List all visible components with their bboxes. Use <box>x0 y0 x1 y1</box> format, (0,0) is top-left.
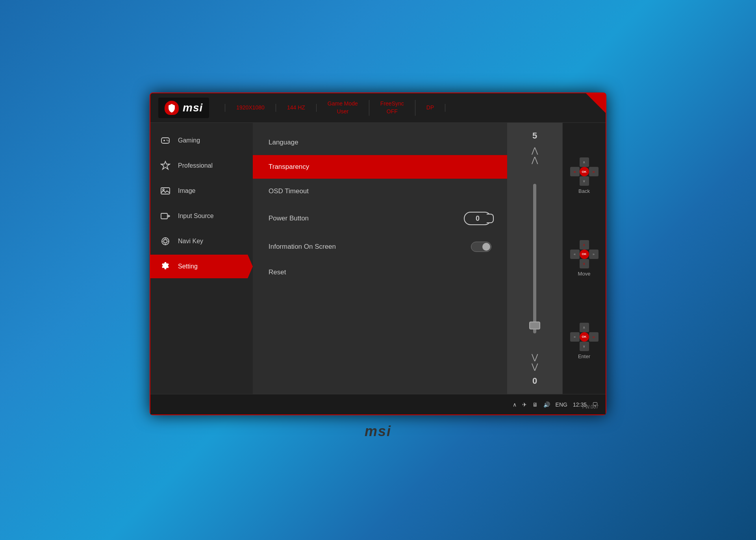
game-mode-stat: Game Mode User <box>317 100 369 115</box>
svg-rect-6 <box>161 188 170 194</box>
back-label: Back <box>578 188 590 194</box>
enter-dpad: ∧ « OK » ∨ <box>570 323 598 351</box>
enter-corner-tr <box>589 323 598 332</box>
dpad-corner-tr <box>589 157 598 167</box>
slider-arrow-down[interactable]: ⋁⋁ <box>532 352 538 371</box>
move-corner-tr <box>589 240 598 250</box>
navi-key-icon <box>160 236 171 247</box>
slider-value-bottom: 0 <box>532 376 537 386</box>
taskbar-volume-icon: 🔊 <box>543 401 550 408</box>
taskbar-language: ENG <box>556 401 567 408</box>
dpad-up-enter[interactable]: ∧ <box>580 323 589 332</box>
taskbar-airplane-icon: ✈ <box>522 401 527 408</box>
dpad-left-enter[interactable]: « <box>570 332 580 342</box>
dpad-corner-bl <box>570 176 580 186</box>
dpad-down-enter[interactable]: ∨ <box>580 342 589 351</box>
menu-panel: Language Transparency OSD Timeout Power … <box>253 123 507 394</box>
enter-corner-bl <box>570 342 580 351</box>
right-controls: ∧ « OK » ∨ Back ∧ « OK » <box>562 123 606 394</box>
dpad-up[interactable]: ∧ <box>580 157 589 167</box>
sidebar-item-setting[interactable]: Setting <box>150 255 253 278</box>
enter-corner-tl <box>570 323 580 332</box>
sidebar: Gaming Professional Im <box>150 123 253 394</box>
information-on-screen-toggle[interactable] <box>471 242 491 252</box>
dpad-center-enter[interactable]: OK <box>580 332 589 342</box>
power-button-value: 0 <box>476 215 480 223</box>
professional-icon <box>160 160 171 171</box>
msi-logo-text: msi <box>183 102 203 114</box>
input-source-icon <box>160 211 171 222</box>
bottom-area: msi <box>150 415 606 448</box>
dpad-down-back[interactable]: ∨ <box>580 176 589 186</box>
menu-item-label-information-on-screen: Information On Screen <box>269 243 471 251</box>
menu-item-power-button[interactable]: Power Button 0 <box>253 204 507 233</box>
dpad-corner-tl <box>570 157 580 167</box>
slider-thumb[interactable] <box>529 322 540 329</box>
taskbar: ∧ ✈ 🖥 🔊 ENG 12:35 🗨 <box>150 394 606 414</box>
enter-corner-br <box>589 342 598 351</box>
move-dpad: ∧ « OK » ∨ <box>570 240 598 268</box>
sidebar-item-label-setting: Setting <box>178 263 198 270</box>
enter-label: Enter <box>578 353 590 359</box>
back-control-group: ∧ « OK » ∨ Back <box>570 157 598 194</box>
taskbar-arrow-icon: ∧ <box>513 401 517 408</box>
sidebar-item-image[interactable]: Image <box>150 179 253 203</box>
sidebar-item-navi-key[interactable]: Navi Key <box>150 229 253 253</box>
dpad-center-back[interactable]: OK <box>580 167 589 176</box>
move-label: Move <box>578 271 591 277</box>
header-bar: msi 1920X1080 144 HZ Game Mode User Free… <box>150 93 606 123</box>
taskbar-monitor-icon: 🖥 <box>532 401 538 408</box>
menu-item-label-power-button: Power Button <box>269 215 464 222</box>
move-corner-br <box>589 259 598 268</box>
power-button-indicator: 0 <box>464 212 491 225</box>
sidebar-item-label-navi-key: Navi Key <box>178 238 203 245</box>
menu-item-language[interactable]: Language <box>253 131 507 154</box>
toggle-knob <box>482 243 490 251</box>
svg-rect-11 <box>164 240 167 243</box>
dpad-right-back[interactable]: » <box>589 167 598 176</box>
bottom-msi-logo: msi <box>365 423 391 440</box>
menu-item-transparency[interactable]: Transparency <box>253 155 507 179</box>
menu-item-reset[interactable]: Reset <box>253 261 507 284</box>
sidebar-item-label-gaming: Gaming <box>178 137 200 144</box>
main-content: Gaming Professional Im <box>150 123 606 394</box>
slider-track[interactable] <box>533 184 536 333</box>
slider-track-container <box>507 168 562 349</box>
svg-point-3 <box>167 140 167 141</box>
menu-item-label-osd-timeout: OSD Timeout <box>269 187 491 195</box>
dpad-right-move[interactable]: » <box>589 250 598 259</box>
svg-marker-5 <box>161 161 170 169</box>
menu-item-information-on-screen[interactable]: Information On Screen <box>253 234 507 260</box>
resolution-stat: 1920X1080 <box>225 104 276 112</box>
refresh-rate-stat: 144 HZ <box>276 104 317 112</box>
setting-icon <box>160 261 171 272</box>
slider-value-top: 5 <box>532 131 537 141</box>
back-dpad: ∧ « OK » ∨ <box>570 157 598 186</box>
dpad-up-move[interactable]: ∧ <box>580 240 589 250</box>
svg-rect-8 <box>161 213 167 219</box>
sidebar-item-label-professional: Professional <box>178 162 213 169</box>
freesync-stat: FreeSync OFF <box>369 100 415 115</box>
dpad-left-move[interactable]: « <box>570 250 580 259</box>
sidebar-item-gaming[interactable]: Gaming <box>150 129 253 152</box>
sidebar-item-input-source[interactable]: Input Source <box>150 204 253 228</box>
slider-arrow-up[interactable]: ⋀⋀ <box>532 146 538 165</box>
menu-item-osd-timeout[interactable]: OSD Timeout <box>253 179 507 203</box>
sidebar-item-label-input-source: Input Source <box>178 213 214 220</box>
sidebar-item-professional[interactable]: Professional <box>150 154 253 178</box>
dpad-right-enter[interactable]: » <box>589 332 598 342</box>
dpad-down-move[interactable]: ∨ <box>580 259 589 268</box>
msi-shield-icon <box>165 101 179 115</box>
header-stats: 1920X1080 144 HZ Game Mode User FreeSync… <box>225 100 598 115</box>
menu-item-label-reset: Reset <box>269 268 491 276</box>
image-icon <box>160 185 171 196</box>
svg-point-4 <box>168 141 169 141</box>
gaming-icon <box>160 135 171 146</box>
menu-item-label-transparency: Transparency <box>269 163 491 171</box>
menu-item-label-language: Language <box>269 139 491 146</box>
move-corner-bl <box>570 259 580 268</box>
dpad-left-back[interactable]: « <box>570 167 580 176</box>
move-control-group: ∧ « OK » ∨ Move <box>570 240 598 277</box>
dpad-center-move[interactable]: OK <box>580 250 589 259</box>
sidebar-item-label-image: Image <box>178 187 195 194</box>
